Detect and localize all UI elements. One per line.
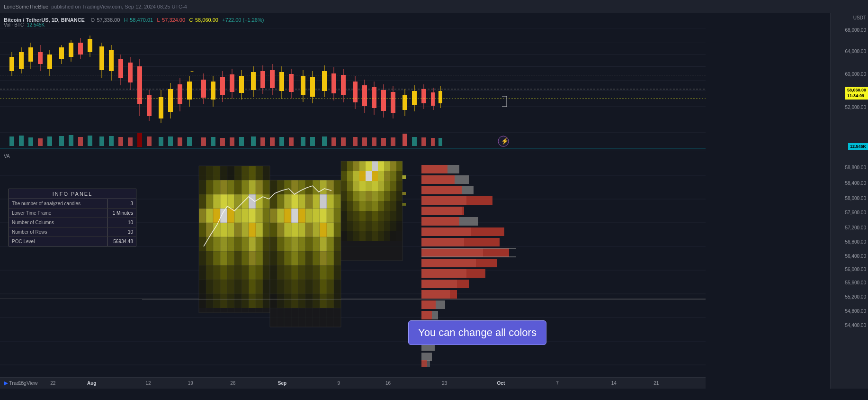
svg-rect-94	[438, 91, 442, 103]
svg-rect-358	[277, 294, 284, 308]
svg-rect-336	[334, 251, 341, 265]
svg-rect-344	[320, 265, 327, 280]
cols-label: Number of Columns	[9, 218, 107, 227]
svg-rect-452	[372, 221, 378, 231]
svg-rect-238	[206, 280, 213, 294]
svg-rect-15	[47, 55, 52, 69]
price-58400: 58,400.00	[845, 181, 867, 186]
svg-rect-498	[421, 238, 500, 246]
svg-rect-326	[334, 237, 341, 251]
svg-rect-66	[301, 76, 305, 95]
svg-rect-443	[378, 211, 384, 221]
svg-rect-158	[206, 166, 213, 180]
svg-rect-406	[396, 171, 403, 181]
svg-rect-246	[263, 280, 270, 294]
svg-rect-177	[199, 194, 206, 209]
svg-rect-458	[347, 231, 353, 241]
svg-rect-412	[372, 181, 378, 191]
svg-rect-415	[390, 181, 396, 191]
open-label: O	[90, 17, 95, 23]
ltf-label: Lower Time Frame	[9, 209, 107, 218]
svg-rect-363	[313, 294, 320, 308]
svg-rect-301	[298, 209, 305, 223]
svg-rect-427	[341, 201, 347, 211]
svg-rect-255	[256, 294, 263, 308]
svg-rect-408	[347, 181, 353, 191]
svg-rect-423	[378, 191, 384, 201]
svg-rect-99	[9, 136, 14, 146]
svg-rect-251	[227, 294, 234, 308]
svg-rect-337	[270, 265, 277, 280]
svg-rect-310	[291, 223, 298, 237]
svg-rect-132	[341, 137, 346, 146]
svg-rect-461	[366, 231, 372, 241]
svg-rect-355	[327, 280, 334, 294]
svg-rect-21	[78, 43, 83, 55]
svg-rect-456	[396, 221, 403, 231]
svg-rect-503	[421, 290, 457, 299]
svg-rect-311	[298, 223, 305, 237]
svg-rect-348	[277, 280, 284, 294]
svg-rect-361	[298, 294, 305, 308]
svg-rect-286	[334, 180, 341, 194]
svg-rect-178	[206, 194, 213, 209]
svg-rect-56	[251, 72, 256, 90]
svg-rect-111	[128, 137, 133, 146]
svg-rect-453	[378, 221, 384, 231]
price-60000: 60,000.00	[845, 72, 867, 77]
svg-rect-193	[242, 209, 249, 223]
svg-rect-183	[242, 194, 249, 209]
volume-chart: ⚡	[0, 133, 706, 150]
svg-rect-497	[421, 227, 504, 236]
svg-rect-169	[213, 180, 220, 194]
price-55600: 55,600.00	[845, 280, 867, 285]
ltf-value: 1 Minutes	[107, 209, 136, 218]
svg-rect-13	[38, 52, 43, 64]
date-19: 19	[188, 381, 193, 386]
svg-rect-240	[220, 280, 227, 294]
svg-rect-180	[220, 194, 227, 209]
svg-rect-281	[298, 180, 305, 194]
svg-rect-401	[366, 171, 372, 181]
svg-rect-502	[421, 280, 469, 288]
svg-rect-410	[359, 181, 366, 191]
svg-rect-129	[310, 137, 315, 146]
svg-rect-345	[327, 265, 334, 280]
svg-rect-493	[421, 186, 462, 194]
svg-rect-86	[403, 95, 407, 110]
high-label: H	[124, 17, 128, 23]
svg-rect-305	[327, 209, 334, 223]
svg-rect-465	[390, 231, 396, 241]
date-12: 12	[145, 381, 151, 386]
svg-rect-235	[256, 265, 263, 280]
svg-rect-324	[320, 237, 327, 251]
svg-rect-500	[421, 259, 497, 267]
svg-rect-294	[320, 194, 327, 209]
svg-rect-197	[199, 223, 206, 237]
usdt-label: USDT	[853, 15, 866, 20]
svg-rect-116	[178, 137, 182, 146]
svg-rect-398	[347, 171, 353, 181]
svg-rect-329	[284, 251, 291, 265]
svg-rect-450	[359, 221, 366, 231]
info-row-ltf: Lower Time Frame 1 Minutes	[9, 209, 136, 218]
open-value: 57,338.00	[97, 17, 120, 23]
svg-rect-420	[359, 191, 366, 201]
svg-rect-366	[334, 294, 341, 308]
svg-rect-215	[256, 237, 263, 251]
svg-rect-121	[230, 137, 234, 146]
published-on-label: published on TradingView.com, Sep 12, 20…	[51, 4, 187, 9]
svg-rect-202	[234, 223, 242, 237]
svg-rect-37	[159, 97, 163, 118]
svg-rect-494	[421, 196, 492, 205]
svg-rect-455	[390, 221, 396, 231]
svg-rect-426	[396, 191, 403, 201]
low-value: 57,324.00	[162, 17, 185, 23]
svg-rect-300	[291, 209, 298, 223]
svg-rect-414	[384, 181, 390, 191]
svg-rect-225	[256, 251, 263, 265]
svg-rect-302	[305, 209, 313, 223]
svg-rect-165	[256, 166, 263, 180]
svg-rect-405	[390, 171, 396, 181]
svg-rect-319	[284, 237, 291, 251]
